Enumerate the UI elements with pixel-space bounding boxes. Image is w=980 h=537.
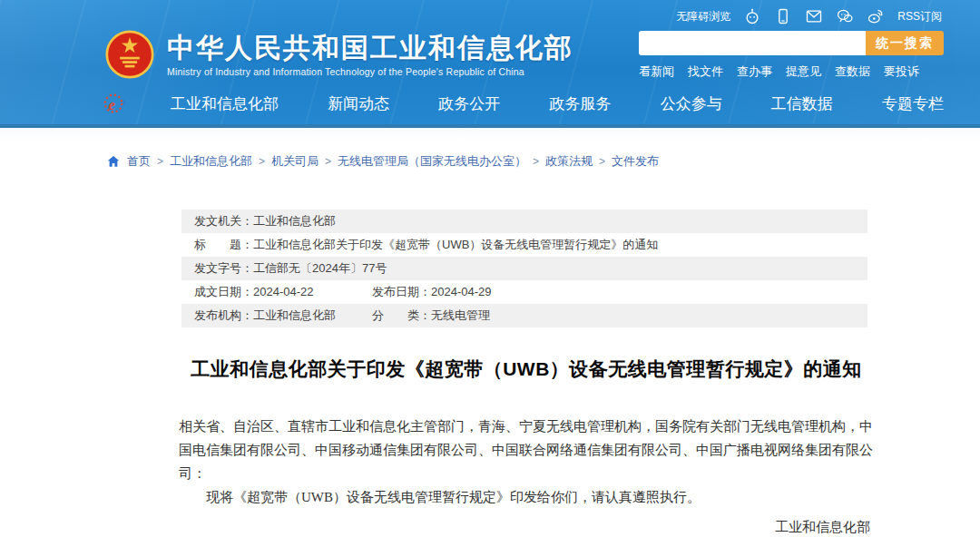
quick-link-services[interactable]: 查办事 [737,63,772,80]
mail-icon[interactable] [805,7,823,25]
nav-item-miit[interactable]: 工业和信息化部 [171,93,279,114]
breadcrumb-item-document-release[interactable]: 文件发布 [612,153,659,170]
breadcrumb-item-home[interactable]: 首页 [127,153,151,170]
brand[interactable]: 中华人民共和国工业和信息化部 Ministry of Industry and … [105,29,573,80]
breadcrumb-item-departments[interactable]: 机关司局 [271,153,318,170]
breadcrumb-item-miit[interactable]: 工业和信息化部 [170,153,252,170]
document-meta-table: 发文机关：工业和信息化部 标 题：工业和信息化部关于印发《超宽带（UWB）设备无… [181,210,867,327]
nav-items: 工业和信息化部 新闻动态 政务公开 政务服务 公众参与 工信数据 专题专栏 [171,93,944,114]
ministry-name-cn: 中华人民共和国工业和信息化部 [167,33,573,63]
nav-item-special-columns[interactable]: 专题专栏 [882,93,944,114]
nav-item-gov-disclosure[interactable]: 政务公开 [438,93,500,114]
meta-row-title: 标 题：工业和信息化部关于印发《超宽带（UWB）设备无线电管理暂行规定》的通知 [181,233,867,257]
accessibility-link[interactable]: 无障碍浏览 [676,9,730,24]
quick-links: 看新闻 找文件 查办事 提意见 查数据 要投诉 [639,63,944,80]
main-content: 首页 > 工业和信息化部 > 机关司局 > 无线电管理局（国家无线电办公室） >… [0,128,980,537]
miit-logo-icon: e [102,91,127,116]
breadcrumb: 首页 > 工业和信息化部 > 机关司局 > 无线电管理局（国家无线电办公室） >… [0,128,980,170]
mobile-icon[interactable] [774,7,792,25]
page: 无障碍浏览 RSS订阅 [0,0,980,537]
wechat-icon[interactable] [836,7,854,25]
mascot-icon[interactable] [743,7,761,25]
nav-item-gov-services[interactable]: 政务服务 [549,93,611,114]
nav-item-miit-data[interactable]: 工信数据 [771,93,833,114]
header-main: 中华人民共和国工业和信息化部 Ministry of Industry and … [0,25,980,80]
search-input[interactable] [639,31,866,55]
nav-item-public-participation[interactable]: 公众参与 [661,93,722,114]
national-emblem-icon [105,30,154,79]
meta-row-dates: 成文日期：2024-04-22 发布日期：2024-04-29 [181,280,867,304]
breadcrumb-item-radio-bureau[interactable]: 无线电管理局（国家无线电办公室） [338,153,526,170]
rss-link[interactable]: RSS订阅 [897,9,942,24]
ministry-name-en: Ministry of Industry and Information Tec… [167,66,573,77]
meta-row-issuing-authority: 发文机关：工业和信息化部 [181,210,867,233]
weibo-icon[interactable] [867,7,885,25]
main-nav: e 工业和信息化部 新闻动态 政务公开 政务服务 公众参与 工信数据 专题专栏 [0,83,980,124]
unified-search-button[interactable]: 统一搜索 [866,31,944,55]
signature-org: 工业和信息化部 [775,514,870,537]
signature-block: 工业和信息化部 2024年4月22日 [179,514,874,537]
brand-text: 中华人民共和国工业和信息化部 Ministry of Industry and … [167,33,573,77]
search-area: 统一搜索 看新闻 找文件 查办事 提意见 查数据 要投诉 [639,31,944,80]
quick-link-complaints[interactable]: 要投诉 [884,63,919,80]
quick-link-data[interactable]: 查数据 [835,63,870,80]
breadcrumb-item-policies[interactable]: 政策法规 [545,153,593,170]
svg-text:e: e [108,96,115,113]
quick-link-news[interactable]: 看新闻 [639,63,674,80]
quick-link-documents[interactable]: 找文件 [688,63,723,80]
site-header: 无障碍浏览 RSS订阅 [0,0,980,128]
nav-item-news[interactable]: 新闻动态 [328,93,389,114]
quick-link-suggestions[interactable]: 提意见 [786,63,821,80]
body-paragraph: 现将《超宽带（UWB）设备无线电管理暂行规定》印发给你们，请认真遵照执行。 [179,485,874,509]
home-icon [107,155,120,168]
document-title: 工业和信息化部关于印发《超宽带（UWB）设备无线电管理暂行规定》的通知 [179,356,874,382]
meta-row-document-number: 发文字号：工信部无〔2024年〕77号 [181,257,867,280]
topbar: 无障碍浏览 RSS订阅 [0,0,980,25]
meta-row-publisher-category: 发布机构：工业和信息化部 分 类：无线电管理 [181,304,867,327]
document-body: 相关省、自治区、直辖市工业和信息化主管部门，青海、宁夏无线电管理机构，国务院有关… [179,415,874,537]
body-paragraph: 相关省、自治区、直辖市工业和信息化主管部门，青海、宁夏无线电管理机构，国务院有关… [179,415,874,485]
